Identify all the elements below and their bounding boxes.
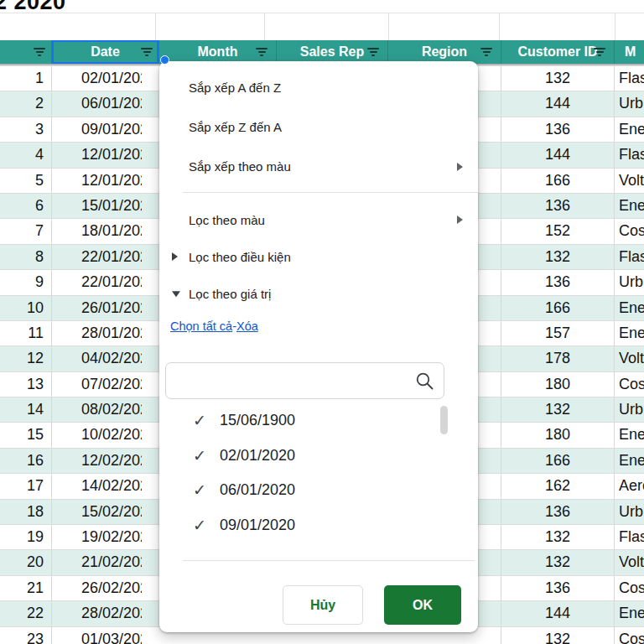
cell-customer-id[interactable]: 152 bbox=[501, 219, 615, 243]
cell-no[interactable]: 22 bbox=[0, 601, 52, 626]
cell-date[interactable]: 19/02/2020 bbox=[52, 525, 159, 549]
cell-product[interactable]: Ene bbox=[615, 449, 644, 473]
cell-date[interactable]: 28/02/2020 bbox=[52, 601, 159, 626]
cell-product[interactable]: Volt bbox=[615, 169, 644, 193]
cell-date[interactable]: 15/02/2020 bbox=[52, 500, 159, 524]
cell-product[interactable]: Ene bbox=[615, 117, 644, 142]
cell-no[interactable]: 11 bbox=[0, 321, 52, 345]
cell-product[interactable]: Aero bbox=[615, 474, 644, 498]
column-header-region[interactable]: Region bbox=[388, 40, 501, 64]
ok-button[interactable]: OK bbox=[384, 585, 461, 625]
cell-customer-id[interactable]: 178 bbox=[501, 346, 615, 371]
cell-customer-id[interactable]: 166 bbox=[501, 449, 615, 473]
cell-customer-id[interactable]: 136 bbox=[501, 500, 615, 524]
cell-customer-id[interactable]: 136 bbox=[501, 194, 615, 218]
cell-date[interactable]: 08/02/2020 bbox=[52, 397, 159, 422]
column-header-month[interactable]: Month bbox=[159, 40, 277, 64]
search-input[interactable] bbox=[176, 365, 414, 398]
filter-icon[interactable] bbox=[141, 48, 153, 56]
cell-customer-id[interactable]: 144 bbox=[501, 143, 615, 167]
cell-customer-id[interactable]: 144 bbox=[501, 91, 615, 116]
menu-item-sort-za[interactable]: Sắp xếp Z đến A bbox=[159, 107, 478, 147]
cell-product[interactable]: Volt bbox=[615, 346, 644, 371]
menu-item-filter-by-condition[interactable]: Lọc theo điều kiện bbox=[159, 238, 478, 275]
cell-product[interactable]: Ene bbox=[615, 423, 644, 447]
cell-customer-id[interactable]: 132 bbox=[501, 397, 615, 422]
cell-date[interactable]: 26/01/2020 bbox=[52, 296, 159, 320]
cell-no[interactable]: 5 bbox=[0, 169, 52, 193]
cell-date[interactable]: 09/01/2020 bbox=[52, 117, 159, 142]
cell-date[interactable]: 06/01/2020 bbox=[52, 91, 159, 116]
cell-date[interactable]: 26/02/2020 bbox=[52, 576, 159, 600]
cell-customer-id[interactable]: 136 bbox=[501, 576, 615, 600]
cell-customer-id[interactable]: 132 bbox=[501, 627, 615, 644]
cell-customer-id[interactable]: 132 bbox=[501, 66, 615, 91]
cell-no[interactable]: 18 bbox=[0, 500, 52, 524]
menu-item-sort-az[interactable]: Sắp xếp A đến Z bbox=[159, 68, 478, 107]
cell-customer-id[interactable]: 136 bbox=[501, 270, 615, 294]
cell-no[interactable]: 12 bbox=[0, 346, 52, 371]
cell-no[interactable]: 14 bbox=[0, 397, 52, 422]
cell-product[interactable]: Flas bbox=[615, 245, 644, 269]
cell-product[interactable]: Cos bbox=[615, 372, 644, 397]
cell-no[interactable]: 1 bbox=[0, 66, 52, 91]
cell-date[interactable]: 22/01/2020 bbox=[52, 270, 159, 294]
cell-customer-id[interactable]: 180 bbox=[501, 372, 615, 397]
scrollbar-thumb[interactable] bbox=[440, 406, 448, 434]
cell-product[interactable]: Flas bbox=[615, 525, 644, 549]
cell-customer-id[interactable]: 144 bbox=[501, 601, 615, 626]
menu-item-filter-by-color[interactable]: Lọc theo màu bbox=[159, 201, 478, 238]
cell-date[interactable]: 12/01/2020 bbox=[52, 143, 159, 167]
cell-date[interactable]: 22/01/2020 bbox=[52, 245, 159, 269]
cell-date[interactable]: 12/01/2020 bbox=[52, 169, 159, 193]
cell-customer-id[interactable]: 166 bbox=[501, 169, 615, 193]
cell-customer-id[interactable]: 132 bbox=[501, 245, 615, 269]
filter-icon[interactable] bbox=[594, 48, 605, 56]
filter-value-item[interactable]: ✓06/01/2020 bbox=[159, 473, 478, 508]
cell-date[interactable]: 12/02/2020 bbox=[52, 449, 159, 473]
cell-date[interactable]: 18/01/2020 bbox=[52, 219, 159, 243]
cell-customer-id[interactable]: 162 bbox=[501, 474, 615, 498]
cell-customer-id[interactable]: 136 bbox=[501, 117, 615, 142]
filter-icon[interactable] bbox=[34, 48, 45, 56]
cell-date[interactable]: 07/02/2020 bbox=[52, 372, 159, 397]
cell-customer-id[interactable]: 132 bbox=[501, 550, 615, 574]
cell-product[interactable]: Urb bbox=[615, 270, 644, 294]
cell-product[interactable]: Flas bbox=[615, 143, 644, 167]
cell-product[interactable]: Flas bbox=[615, 66, 644, 91]
cell-product[interactable]: Cos bbox=[615, 627, 644, 644]
cell-product[interactable]: Urb bbox=[615, 397, 644, 422]
cell-no[interactable]: 2 bbox=[0, 91, 52, 116]
cell-date[interactable]: 01/03/2020 bbox=[52, 627, 159, 644]
cell-product[interactable]: Ene bbox=[615, 194, 644, 218]
cell-no[interactable]: 21 bbox=[0, 576, 52, 600]
cell-date[interactable]: 02/01/2020 bbox=[52, 66, 159, 91]
cell-no[interactable]: 7 bbox=[0, 219, 52, 243]
column-header-product[interactable]: M bbox=[615, 40, 644, 64]
cell-no[interactable]: 20 bbox=[0, 550, 52, 574]
cell-date[interactable]: 21/02/2020 bbox=[52, 550, 159, 574]
cell-no[interactable]: 9 bbox=[0, 270, 52, 294]
cell-date[interactable]: 10/02/2020 bbox=[52, 423, 159, 447]
cell-no[interactable]: 4 bbox=[0, 143, 52, 167]
cell-customer-id[interactable]: 157 bbox=[501, 321, 615, 345]
cell-no[interactable]: 17 bbox=[0, 474, 52, 498]
filter-value-item[interactable]: ✓15/06/1900 bbox=[159, 403, 478, 439]
menu-item-filter-by-values[interactable]: Lọc theo giá trị bbox=[159, 275, 478, 312]
cancel-button[interactable]: Hủy bbox=[283, 585, 363, 625]
cell-product[interactable]: Cos bbox=[615, 576, 644, 600]
column-header-no[interactable] bbox=[0, 40, 52, 64]
filter-icon[interactable] bbox=[480, 48, 492, 56]
cell-date[interactable]: 28/01/2020 bbox=[52, 321, 159, 345]
filter-value-item[interactable]: ✓02/01/2020 bbox=[159, 439, 478, 474]
filter-icon[interactable] bbox=[367, 48, 379, 56]
clear-link[interactable]: Xóa bbox=[236, 319, 258, 333]
cell-date[interactable]: 04/02/2020 bbox=[52, 346, 159, 371]
column-header-customer-id[interactable]: Customer ID bbox=[501, 40, 615, 64]
select-all-link[interactable]: Chọn tất cả bbox=[170, 319, 232, 333]
cell-no[interactable]: 19 bbox=[0, 525, 52, 549]
filter-value-item[interactable]: ✓09/01/2020 bbox=[159, 508, 478, 543]
cell-no[interactable]: 23 bbox=[0, 627, 52, 644]
cell-no[interactable]: 8 bbox=[0, 245, 52, 269]
cell-customer-id[interactable]: 132 bbox=[501, 525, 615, 549]
